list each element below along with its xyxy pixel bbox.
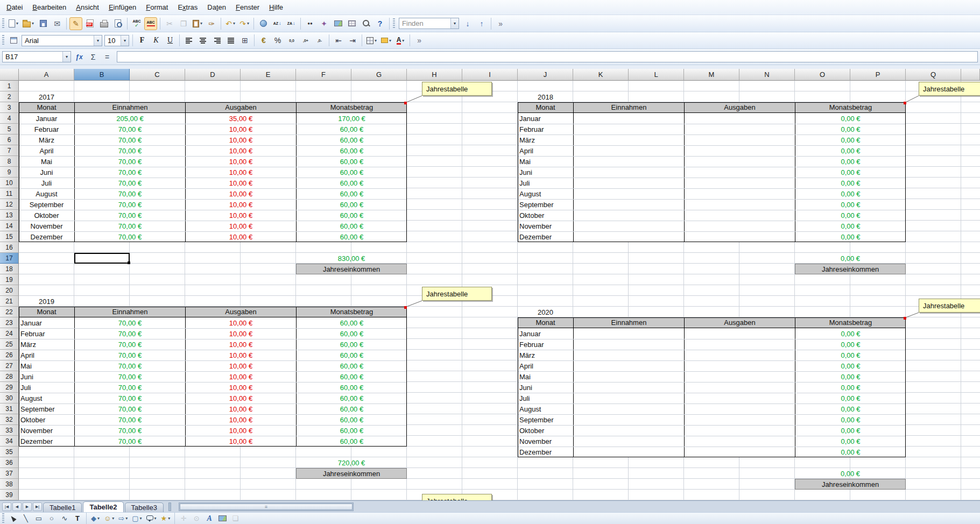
row-header-32[interactable]: 32 [0, 414, 19, 425]
row-header-7[interactable]: 7 [0, 145, 19, 156]
table-header-cell[interactable]: Einnahmen [573, 102, 684, 112]
value-cell[interactable]: 0,00 € [795, 232, 906, 242]
menu-item-einfgen[interactable]: Einfügen [104, 1, 141, 14]
table-header-cell[interactable]: Ausgaben [185, 307, 296, 317]
value-cell[interactable]: 60,00 € [296, 157, 407, 167]
value-cell[interactable]: 0,00 € [795, 350, 906, 360]
fontwork-gallery-icon[interactable]: A [203, 513, 215, 524]
value-cell[interactable]: 60,00 € [296, 167, 407, 178]
column-header-partial[interactable] [961, 69, 980, 81]
value-cell[interactable]: 70,00 € [74, 415, 185, 425]
value-cell[interactable]: 0,00 € [795, 361, 906, 371]
value-cell[interactable]: 70,00 € [74, 329, 185, 339]
value-cell[interactable]: 10,00 € [185, 210, 296, 221]
value-cell[interactable]: 70,00 € [74, 339, 185, 350]
row-header-24[interactable]: 24 [0, 328, 19, 339]
value-cell[interactable] [684, 415, 795, 425]
toolbar-grip[interactable] [393, 18, 395, 29]
value-cell[interactable] [684, 178, 795, 188]
row-header-39[interactable]: 39 [0, 490, 19, 500]
value-cell[interactable]: 10,00 € [185, 339, 296, 350]
value-cell[interactable] [684, 157, 795, 167]
row-header-18[interactable]: 18 [0, 264, 19, 274]
value-cell[interactable]: 70,00 € [74, 146, 185, 156]
row-header-25[interactable]: 25 [0, 339, 19, 350]
sum-icon[interactable]: Σ [87, 51, 100, 63]
italic-icon[interactable]: K [150, 34, 163, 47]
value-cell[interactable]: 70,00 € [74, 124, 185, 134]
chevron-down-icon[interactable]: ▾ [168, 516, 170, 521]
table-header-cell[interactable]: Monat [19, 307, 74, 317]
value-cell[interactable] [684, 200, 795, 210]
table-header-cell[interactable]: Ausgaben [684, 317, 795, 328]
month-cell[interactable]: Januar [518, 113, 573, 124]
row-header-4[interactable]: 4 [0, 113, 19, 124]
month-cell[interactable]: Dezember [518, 447, 573, 457]
value-cell[interactable] [573, 221, 684, 231]
gallery-icon[interactable] [332, 17, 344, 30]
value-cell[interactable]: 60,00 € [296, 383, 407, 393]
freeform-line-icon[interactable]: ∿ [59, 513, 70, 524]
month-cell[interactable]: Juli [518, 393, 573, 403]
toolbar-options-icon[interactable]: » [494, 17, 507, 30]
month-cell[interactable]: Juni [19, 167, 74, 178]
month-cell[interactable]: März [19, 339, 74, 350]
row-header-28[interactable]: 28 [0, 371, 19, 382]
find-up-icon[interactable]: ↑ [475, 17, 488, 30]
value-cell[interactable]: 10,00 € [185, 221, 296, 231]
value-cell[interactable]: 70,00 € [74, 361, 185, 371]
align-left-icon[interactable] [182, 34, 195, 47]
zoom-icon[interactable] [359, 17, 372, 30]
flowchart-icon[interactable]: ▢▾ [130, 513, 143, 524]
chevron-down-icon[interactable]: ▾ [375, 38, 377, 43]
row-header-6[interactable]: 6 [0, 134, 19, 145]
row-header-29[interactable]: 29 [0, 382, 19, 393]
equals-icon[interactable]: = [101, 51, 114, 63]
menu-item-ansicht[interactable]: Ansicht [71, 1, 104, 14]
value-cell[interactable]: 0,00 € [795, 426, 906, 436]
value-cell[interactable]: 10,00 € [185, 200, 296, 210]
menu-item-format[interactable]: Format [141, 1, 173, 14]
year-total-label-2018[interactable]: Jahreseinkommen [795, 264, 906, 274]
row-header-34[interactable]: 34 [0, 436, 19, 447]
value-cell[interactable] [684, 393, 795, 403]
year-total-2018[interactable]: 0,00 € [795, 253, 906, 264]
value-cell[interactable]: 10,00 € [185, 178, 296, 188]
data-sources-icon[interactable] [346, 17, 358, 30]
column-header-K[interactable]: K [573, 69, 629, 81]
value-cell[interactable]: 70,00 € [74, 157, 185, 167]
format-paintbrush-icon[interactable]: ✑ [205, 17, 218, 30]
month-cell[interactable]: März [19, 135, 74, 145]
month-cell[interactable]: April [518, 361, 573, 371]
chevron-down-icon[interactable]: ▾ [125, 516, 128, 521]
value-cell[interactable]: 70,00 € [74, 210, 185, 221]
ellipse-icon[interactable]: ○ [46, 513, 58, 524]
chevron-down-icon[interactable]: ▾ [94, 36, 102, 46]
text-icon[interactable]: T [72, 513, 83, 524]
row-header-27[interactable]: 27 [0, 360, 19, 371]
month-cell[interactable]: April [19, 146, 74, 156]
month-cell[interactable]: September [518, 200, 573, 210]
value-cell[interactable]: 60,00 € [296, 329, 407, 339]
value-cell[interactable]: 10,00 € [185, 189, 296, 199]
value-cell[interactable]: 10,00 € [185, 329, 296, 339]
value-cell[interactable] [684, 436, 795, 447]
value-cell[interactable] [684, 350, 795, 360]
year-total-label-2020[interactable]: Jahreseinkommen [795, 479, 906, 490]
align-center-icon[interactable] [196, 34, 209, 47]
value-cell[interactable] [684, 339, 795, 350]
month-cell[interactable]: März [518, 135, 573, 145]
value-cell[interactable]: 60,00 € [296, 178, 407, 188]
table-header-cell[interactable]: Monat [518, 317, 573, 328]
value-cell[interactable] [573, 404, 684, 414]
year-label-2017[interactable]: 2017 [19, 91, 74, 102]
underline-icon[interactable]: U [164, 34, 177, 47]
column-header-I[interactable]: I [462, 69, 518, 81]
new-document-icon[interactable]: ▾ [7, 17, 20, 30]
chevron-down-icon[interactable]: ▾ [200, 21, 202, 26]
chevron-down-icon[interactable]: ▾ [112, 516, 114, 521]
value-cell[interactable]: 70,00 € [74, 200, 185, 210]
month-cell[interactable]: März [518, 350, 573, 360]
value-cell[interactable]: 10,00 € [185, 124, 296, 134]
month-cell[interactable]: Juli [518, 178, 573, 188]
